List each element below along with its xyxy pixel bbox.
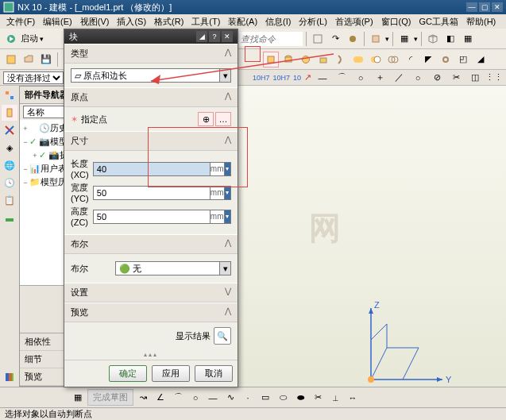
menu-prefs[interactable]: 首选项(P) <box>332 16 377 28</box>
length-input[interactable] <box>93 162 211 176</box>
draft-icon[interactable]: ◢ <box>473 52 489 67</box>
section-type[interactable]: 类型⋀ <box>64 44 238 64</box>
reuse-icon[interactable] <box>2 122 17 138</box>
constraint-icon[interactable]: ⟂ <box>327 390 343 406</box>
menu-info[interactable]: 信息(I) <box>262 16 294 28</box>
history-icon[interactable]: 🕓 <box>2 175 17 191</box>
trim-icon[interactable]: ✂ <box>448 70 464 86</box>
menu-file[interactable]: 文件(F) <box>3 16 38 28</box>
dialog-grip[interactable]: ▴▴▴ <box>64 349 238 360</box>
extrude-icon[interactable] <box>315 52 331 67</box>
line-icon[interactable]: — <box>315 70 330 86</box>
gear-icon[interactable] <box>345 31 361 47</box>
dialog-close-icon[interactable]: ✕ <box>222 31 233 42</box>
redo-icon[interactable]: ↷ <box>327 31 343 47</box>
slash-icon[interactable]: ／ <box>391 70 407 86</box>
specify-point[interactable]: ✶指定点 ⊕ … <box>71 112 231 126</box>
dialog-expand-icon[interactable]: ◢ <box>196 31 207 42</box>
color-icon[interactable] <box>2 369 17 385</box>
menu-edit[interactable]: 编辑(E) <box>40 16 75 28</box>
width-stepper[interactable]: ▾ <box>225 186 231 200</box>
roles-icon[interactable] <box>2 210 17 225</box>
part-nav-icon[interactable] <box>2 105 17 121</box>
subtract-icon[interactable] <box>368 52 384 67</box>
offset-icon[interactable]: ⊘ <box>429 70 445 86</box>
view-icon[interactable]: ◧ <box>442 31 458 47</box>
open-icon[interactable] <box>21 52 37 67</box>
section-preview[interactable]: 预览⋀ <box>64 302 238 322</box>
launch-button[interactable] <box>3 31 19 47</box>
section-dims[interactable]: 尺寸⋀ <box>64 131 238 151</box>
trim2-icon[interactable]: ✂ <box>310 390 326 406</box>
new-icon[interactable] <box>3 52 19 67</box>
circle3-icon[interactable]: ○ <box>187 390 203 406</box>
menu-tools[interactable]: 工具(T) <box>188 16 223 28</box>
menu-gctools[interactable]: GC工具箱 <box>415 16 462 28</box>
sketch2-icon[interactable]: ▦ <box>70 390 86 406</box>
shell-icon[interactable]: ◰ <box>455 52 471 67</box>
assembly-nav-icon[interactable] <box>2 87 17 103</box>
dialog-titlebar[interactable]: 块 ◢ ? ✕ <box>64 29 238 44</box>
save-icon[interactable]: 💾 <box>38 52 54 67</box>
sphere-icon[interactable] <box>298 52 314 67</box>
menu-analysis[interactable]: 分析(L) <box>295 16 330 28</box>
pattern-icon[interactable]: ⋮⋮ <box>486 70 502 86</box>
line2-icon[interactable]: ↝ <box>135 390 151 406</box>
dim-arrow-icon[interactable]: ↗︎ <box>304 72 311 83</box>
point-dialog-icon[interactable]: … <box>215 112 231 126</box>
dialog-help-icon[interactable]: ? <box>209 31 220 42</box>
point-icon[interactable]: · <box>240 390 256 406</box>
grid-icon[interactable]: ▦ <box>460 31 476 47</box>
rect-icon[interactable]: ▭ <box>257 390 273 406</box>
cylinder-icon[interactable] <box>280 52 296 67</box>
command-search-input[interactable] <box>239 32 303 46</box>
menu-view[interactable]: 视图(V) <box>77 16 113 28</box>
wireframe-icon[interactable] <box>425 31 441 47</box>
point-picker-icon[interactable]: ⊕ <box>198 112 214 126</box>
browser-icon[interactable]: 🌐 <box>2 157 17 173</box>
fillet-icon[interactable]: ◜ <box>403 52 419 67</box>
menu-assembly[interactable]: 装配(A) <box>225 16 261 28</box>
hd3d-icon[interactable]: ◈ <box>2 140 17 156</box>
bool-dropdown[interactable]: 🟢 无▾ <box>115 261 231 276</box>
clipboard-icon[interactable]: 📋 <box>2 192 17 208</box>
length-stepper[interactable]: ▾ <box>225 162 231 176</box>
arc2-icon[interactable]: ⌒ <box>170 390 186 406</box>
cube2-icon[interactable]: ◫ <box>467 70 483 86</box>
angle-icon[interactable]: ∠ <box>153 390 168 406</box>
menu-insert[interactable]: 插入(S) <box>114 16 149 28</box>
launch-label[interactable]: 启动 <box>21 33 38 44</box>
plus-icon[interactable]: ＋ <box>372 70 388 86</box>
revolve-icon[interactable] <box>333 52 349 67</box>
minimize-button[interactable]: — <box>466 2 477 12</box>
height-input[interactable] <box>93 210 211 224</box>
apply-button[interactable]: 应用 <box>152 365 190 382</box>
slot-icon[interactable]: ⬬ <box>292 390 308 406</box>
layout-icon[interactable]: ▦ <box>396 31 412 47</box>
section-settings[interactable]: 设置⋁ <box>64 283 238 302</box>
maximize-button[interactable]: ▢ <box>479 2 490 12</box>
section-origin[interactable]: 原点⋀ <box>64 87 238 107</box>
cube-icon[interactable] <box>368 31 384 47</box>
width-input[interactable] <box>93 186 211 200</box>
selection-filter[interactable]: 没有选择过滤器 <box>3 71 64 84</box>
hole-icon[interactable] <box>438 52 454 67</box>
chamfer-icon[interactable]: ◤ <box>420 52 436 67</box>
ellipse-icon[interactable]: ⬭ <box>275 390 291 406</box>
menu-window[interactable]: 窗口(Q) <box>378 16 415 28</box>
spline-icon[interactable]: ∿ <box>222 390 238 406</box>
intersect-icon[interactable] <box>385 52 401 67</box>
menu-help[interactable]: 帮助(H) <box>463 16 499 28</box>
cancel-button[interactable]: 取消 <box>195 365 233 382</box>
arc-icon[interactable]: ⌒ <box>334 70 350 86</box>
circle2-icon[interactable]: ○ <box>410 70 426 86</box>
height-stepper[interactable]: ▾ <box>225 210 231 224</box>
show-result-button[interactable]: 🔍 <box>214 327 231 345</box>
type-dropdown[interactable]: ▱ 原点和边长▾ <box>71 68 231 83</box>
ok-button[interactable]: 确定 <box>109 365 147 382</box>
menu-format[interactable]: 格式(R) <box>151 16 187 28</box>
box-icon[interactable] <box>310 31 326 47</box>
unite-icon[interactable] <box>350 52 366 67</box>
section-bool[interactable]: 布尔⋀ <box>64 234 238 254</box>
close-button[interactable]: ✕ <box>492 2 503 12</box>
